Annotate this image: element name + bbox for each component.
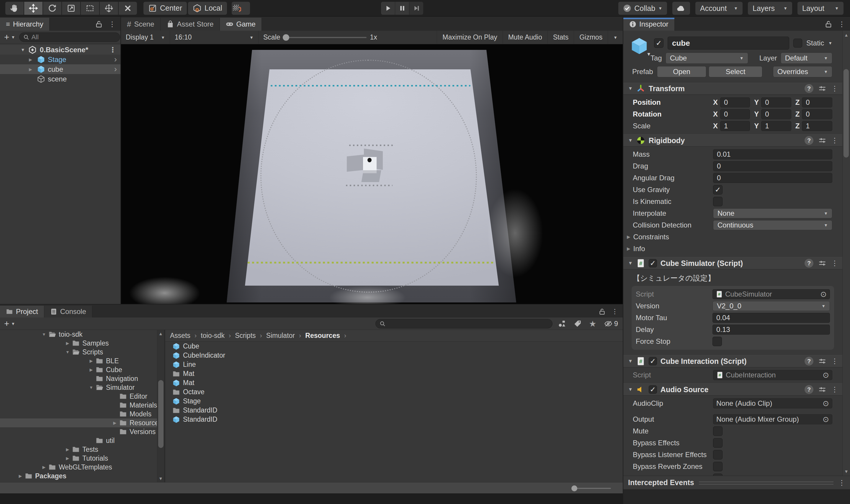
tree-item-webgltemplates[interactable]: ▶WebGLTemplates — [0, 463, 157, 471]
play-button[interactable] — [381, 2, 395, 15]
layout-dropdown[interactable]: Layout ▼ — [797, 2, 844, 15]
collision-detection-dropdown[interactable]: Continuous▼ — [713, 220, 832, 230]
x-input[interactable]: 1 — [720, 121, 750, 131]
custom-tools-button[interactable] — [119, 2, 137, 15]
search-by-type-icon[interactable] — [558, 320, 566, 328]
prefab-open-button[interactable]: Open — [657, 66, 706, 77]
info-foldout[interactable]: ▶Info — [623, 243, 843, 255]
pause-button[interactable] — [395, 2, 409, 15]
search-by-label-icon[interactable] — [574, 320, 581, 327]
hierarchy-item-scene[interactable]: scene — [0, 74, 121, 84]
scale-slider[interactable] — [284, 37, 366, 38]
foldout-open-icon[interactable]: ▼ — [628, 387, 633, 392]
rect-tool-button[interactable] — [81, 2, 99, 15]
asset-mat[interactable]: Mat — [165, 378, 623, 388]
prefab-overrides-dropdown[interactable]: Overrides ▼ — [773, 66, 832, 77]
create-asset-button[interactable]: +▼ — [4, 319, 15, 329]
stats-button[interactable]: Stats — [547, 31, 574, 44]
breadcrumb-simulator[interactable]: Simulator — [266, 332, 295, 340]
interpolate-dropdown[interactable]: None▼ — [713, 208, 832, 218]
foldout-closed-icon[interactable]: ▶ — [39, 465, 49, 469]
x-input[interactable]: 0 — [720, 109, 750, 119]
use-gravity-checkbox[interactable] — [713, 185, 723, 195]
scroll-down-icon[interactable]: ▼ — [157, 476, 164, 481]
foldout-closed-icon[interactable]: ▶ — [87, 367, 96, 372]
prefab-select-button[interactable]: Select — [709, 66, 762, 77]
tab-game[interactable]: Game — [220, 18, 262, 31]
breadcrumb-scripts[interactable]: Scripts — [235, 332, 256, 340]
display-dropdown[interactable]: Display 1 ▼ — [121, 31, 170, 44]
foldout-closed-icon[interactable]: ▶ — [29, 57, 34, 62]
y-input[interactable]: 0 — [761, 109, 791, 119]
favorites-star-icon[interactable]: ★ — [589, 319, 596, 329]
foldout-closed-icon[interactable]: ▶ — [87, 359, 96, 363]
tree-item-packages[interactable]: ▶Packages — [0, 471, 157, 480]
z-input[interactable]: 0 — [802, 109, 832, 119]
tree-item-scripts[interactable]: ▼Scripts — [0, 348, 157, 357]
constraints-foldout[interactable]: ▶Constraints — [623, 231, 843, 243]
orientation-mode-button[interactable]: Local — [188, 2, 227, 15]
bypass-effects-checkbox[interactable] — [713, 438, 723, 448]
kebab-menu-icon[interactable]: ⋮ — [831, 259, 838, 267]
hierarchy-item-cube[interactable]: ▶cube› — [0, 64, 121, 74]
mass-input[interactable]: 0.01 — [713, 149, 832, 159]
z-input[interactable]: 1 — [802, 121, 832, 131]
version-dropdown[interactable]: V2_0_0▼ — [712, 301, 830, 311]
component-header-transform[interactable]: ▼Transform?⋮ — [623, 82, 843, 95]
scale-tool-button[interactable] — [62, 2, 80, 15]
tree-item-versions[interactable]: Versions — [0, 427, 157, 436]
collab-button[interactable]: Collab ▼ — [618, 2, 667, 15]
icon-size-slider[interactable] — [573, 488, 611, 489]
chevron-down-icon[interactable]: ▼ — [828, 41, 832, 46]
breadcrumb-assets[interactable]: Assets — [170, 332, 191, 340]
hierarchy-search-input[interactable] — [31, 33, 116, 41]
kebab-menu-icon[interactable]: ⋮ — [109, 20, 116, 28]
project-search-input[interactable] — [388, 320, 549, 327]
output-object-field[interactable]: None (Audio Mixer Group)⊙ — [713, 414, 832, 424]
asset-standardid[interactable]: StandardID — [165, 415, 623, 424]
kebab-menu-icon[interactable]: ⋮ — [831, 136, 838, 145]
delay-input[interactable]: 0.13 — [712, 325, 830, 335]
gizmos-button[interactable]: Gizmos — [574, 31, 608, 44]
hierarchy-item-stage[interactable]: ▶Stage› — [0, 55, 121, 64]
foldout-closed-icon[interactable]: ▶ — [63, 447, 72, 452]
foldout-open-icon[interactable]: ▼ — [63, 350, 72, 354]
grid-snap-button[interactable] — [232, 2, 250, 15]
step-button[interactable] — [409, 2, 423, 15]
mute-audio-button[interactable]: Mute Audio — [503, 31, 547, 44]
object-picker-icon[interactable]: ⊙ — [820, 290, 827, 299]
foldout-closed-icon[interactable]: ▶ — [63, 456, 72, 461]
y-input[interactable]: 0 — [761, 97, 791, 107]
help-icon[interactable]: ? — [804, 84, 813, 93]
chevron-right-icon[interactable]: › — [114, 64, 117, 74]
help-icon[interactable]: ? — [804, 259, 813, 268]
force-stop-checkbox[interactable] — [712, 337, 722, 346]
object-picker-icon[interactable]: ⊙ — [822, 371, 829, 380]
tree-item-editor[interactable]: Editor — [0, 392, 157, 401]
scrollbar-thumb[interactable] — [844, 69, 849, 158]
tree-item-ble[interactable]: ▶BLE — [0, 357, 157, 365]
hand-tool-button[interactable] — [5, 2, 24, 15]
scale-slider-knob[interactable] — [283, 34, 289, 41]
move-tool-button[interactable] — [24, 2, 42, 15]
aspect-dropdown[interactable]: 16:10 ▼ — [170, 31, 258, 44]
component-header-cube-simulator[interactable]: ▼#Cube Simulator (Script)?⋮ — [623, 257, 843, 269]
foldout-open-icon[interactable]: ▼ — [628, 138, 633, 143]
rotate-tool-button[interactable] — [43, 2, 61, 15]
tab-asset-store[interactable]: Asset Store — [161, 18, 220, 31]
breadcrumb-resources[interactable]: Resources — [305, 332, 340, 340]
static-checkbox[interactable] — [793, 39, 802, 48]
foldout-open-icon[interactable]: ▼ — [87, 385, 96, 390]
component-header-rigidbody[interactable]: ▼Rigidbody?⋮ — [623, 134, 843, 147]
foldout-closed-icon[interactable]: ▶ — [29, 67, 34, 72]
inspector-scrollbar[interactable]: ▲ ▼ — [842, 31, 850, 476]
tab-scene[interactable]: # Scene — [121, 18, 161, 31]
tab-project[interactable]: Project — [0, 306, 44, 318]
component-header-cube-interaction[interactable]: ▼#Cube Interaction (Script)?⋮ — [623, 355, 843, 367]
hierarchy-search[interactable] — [19, 33, 120, 42]
tree-item-navigation[interactable]: Navigation — [0, 374, 157, 383]
asset-cube[interactable]: Cube — [165, 342, 623, 351]
tag-dropdown[interactable]: Cube ▼ — [666, 53, 748, 64]
cube-simulator-enabled-checkbox[interactable] — [649, 259, 657, 267]
object-picker-icon[interactable]: ⊙ — [822, 415, 829, 424]
